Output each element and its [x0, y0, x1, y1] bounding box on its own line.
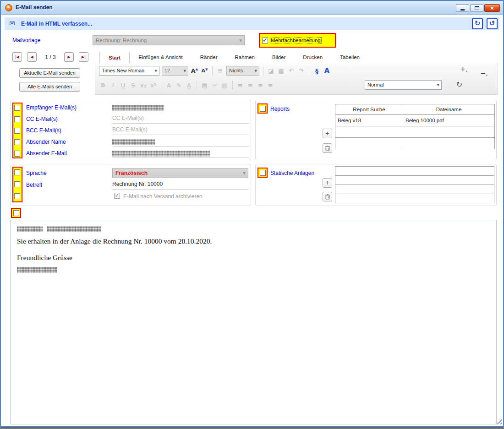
tab-rahmen[interactable]: Rahmen	[226, 52, 263, 63]
recipient-checkbox[interactable]	[14, 105, 20, 111]
strikethrough-icon[interactable]: S	[129, 82, 137, 89]
subscript-icon[interactable]: x₂	[139, 82, 147, 89]
attachment-cell[interactable]	[335, 194, 494, 203]
remove-button[interactable]: −▾	[480, 69, 488, 77]
font-family-select[interactable]: Times New Roman	[99, 66, 159, 76]
tab-raender[interactable]: Ränder	[192, 52, 226, 63]
maximize-button[interactable]	[470, 4, 483, 12]
add-report-button[interactable]: +	[323, 129, 332, 138]
close-button[interactable]: ×	[484, 4, 500, 12]
bcc-checkbox[interactable]	[14, 128, 20, 134]
attachment-cell[interactable]	[335, 167, 494, 176]
reports-col-report-suche[interactable]: Report Suche	[335, 104, 403, 115]
sender-name-field[interactable]	[112, 137, 249, 147]
paste-icon[interactable]: ▤	[201, 82, 208, 89]
minimize-button[interactable]	[456, 4, 469, 12]
report-name-cell[interactable]: Beleg v18	[335, 115, 403, 126]
bold-icon[interactable]: B	[99, 81, 107, 89]
tab-drucken[interactable]: Drucken	[294, 52, 331, 63]
language-checkbox[interactable]	[14, 169, 20, 175]
multi-edit-label[interactable]: Mehrfachbearbeitung	[270, 37, 322, 43]
italic-icon[interactable]: I	[109, 81, 117, 89]
archive-option-checkbox[interactable]	[14, 193, 20, 199]
paragraph-style-select[interactable]: Normal	[365, 80, 442, 90]
paragraph-marks-icon[interactable]: §	[313, 67, 321, 75]
mail-template-select[interactable]: Rechnung: Rechnung	[93, 35, 245, 45]
redo-icon[interactable]: ↷	[297, 67, 305, 74]
cut-icon[interactable]: ✂	[211, 82, 219, 89]
align-left-icon[interactable]: ≡	[236, 82, 244, 89]
underline-icon[interactable]: U	[119, 82, 127, 89]
sync-button[interactable]: ↺	[487, 18, 498, 29]
undo-icon[interactable]: ↶	[287, 67, 295, 74]
table-row[interactable]	[335, 176, 494, 185]
increase-font-button[interactable]: A▲	[191, 67, 198, 74]
align-right-icon[interactable]: ≡	[257, 82, 264, 89]
sender-email-field[interactable]	[112, 148, 249, 158]
first-mail-button[interactable]: |◀	[12, 52, 22, 62]
table-row[interactable]	[335, 126, 495, 138]
highlighter-icon[interactable]: ✎	[175, 82, 183, 89]
attachments-checkbox[interactable]	[260, 170, 266, 176]
report-file-cell[interactable]	[403, 126, 495, 138]
table-row[interactable]	[335, 167, 494, 176]
table-row[interactable]	[335, 194, 494, 203]
tab-einfuegen-ansicht[interactable]: Einfügen & Ansicht	[130, 52, 192, 63]
text-color-icon[interactable]: A	[185, 82, 193, 89]
titlebar[interactable]: E-Mail senden ×	[1, 1, 503, 15]
list-style-select[interactable]: Nichts	[226, 66, 259, 76]
static-attachments-panel: Statische Anlagen +	[255, 164, 497, 206]
table-row[interactable]: Beleg v18 Beleg 10000.pdf	[335, 115, 495, 126]
copy-icon[interactable]: ▥	[221, 82, 229, 89]
tab-start[interactable]: Start	[99, 52, 130, 63]
email-body-editor[interactable]: Sie erhalten in der Anlage die Rechnung …	[10, 220, 497, 424]
previous-mail-button[interactable]: ◀	[27, 52, 37, 62]
align-justify-icon[interactable]: ≡	[267, 82, 274, 89]
sender-name-checkbox[interactable]	[14, 139, 20, 145]
reports-checkbox[interactable]	[260, 106, 266, 112]
refresh-style-icon[interactable]: ↻	[455, 80, 463, 89]
archive-after-send-label: E-Mail nach Versand archivieren	[123, 193, 203, 200]
tab-tabellen[interactable]: Tabellen	[331, 52, 368, 63]
attachment-cell[interactable]	[335, 185, 494, 194]
subject-field[interactable]: Rechnung Nr. 10000	[112, 180, 248, 190]
report-file-cell[interactable]	[403, 138, 495, 149]
borders-grid-icon[interactable]: ▦	[277, 67, 285, 74]
next-mail-button[interactable]: ▶	[64, 52, 74, 62]
delete-attachment-button[interactable]	[323, 192, 332, 201]
align-center-icon[interactable]: ≡	[247, 82, 254, 89]
outline-text-icon[interactable]: A	[165, 82, 173, 89]
refresh-button[interactable]: ↻	[472, 18, 483, 29]
report-file-cell[interactable]: Beleg 10000.pdf	[403, 115, 495, 126]
add-button[interactable]: +▾	[460, 65, 467, 73]
eraser-icon[interactable]: ◪	[267, 67, 275, 74]
superscript-icon[interactable]: x²	[149, 82, 157, 89]
bcc-email-field[interactable]: BCC E-Mail(s)	[112, 125, 249, 135]
table-row[interactable]	[335, 185, 494, 194]
report-name-cell[interactable]	[335, 126, 403, 138]
reports-col-dateiname[interactable]: Dateiname	[403, 104, 495, 115]
multi-edit-checkbox[interactable]	[262, 38, 268, 43]
recipient-email-field[interactable]	[112, 103, 249, 112]
sender-email-checkbox[interactable]	[14, 151, 20, 157]
send-all-emails-button[interactable]: Alle E-Mails senden	[19, 82, 80, 92]
decrease-font-button[interactable]: A▼	[201, 68, 208, 74]
cc-email-field[interactable]: CC E-Mail(s)	[112, 114, 249, 124]
tab-bilder[interactable]: Bilder	[263, 52, 294, 63]
table-row[interactable]	[335, 138, 495, 149]
subject-checkbox[interactable]	[14, 181, 20, 187]
delete-report-button[interactable]	[323, 143, 332, 153]
font-color-icon[interactable]: A	[323, 66, 331, 75]
send-current-email-button[interactable]: Aktuelle E-Mail senden	[19, 68, 80, 78]
font-size-select[interactable]: 12	[162, 66, 188, 76]
bullet-list-icon[interactable]: ≡	[216, 67, 224, 74]
language-checkbox-group	[12, 167, 22, 202]
attachment-cell[interactable]	[335, 176, 494, 185]
last-mail-button[interactable]: ▶|	[79, 52, 88, 62]
archive-after-send-checkbox[interactable]	[114, 193, 120, 199]
language-select[interactable]: Französisch	[112, 168, 248, 178]
cc-checkbox[interactable]	[14, 116, 20, 122]
add-attachment-button[interactable]: +	[323, 178, 332, 188]
body-checkbox[interactable]	[13, 210, 19, 216]
report-name-cell[interactable]	[335, 138, 403, 149]
